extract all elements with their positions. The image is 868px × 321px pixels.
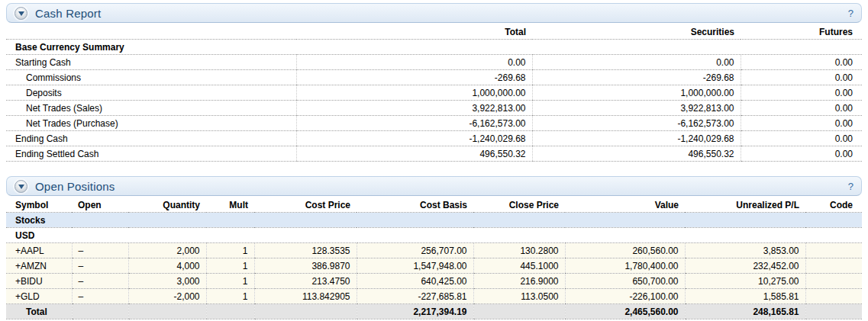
symbol-expander[interactable]: +GLD [6,289,72,304]
cell-open [72,304,128,319]
column-header-code: Code [805,197,862,213]
row-label: Ending Cash [6,131,296,146]
cash-report-header-bar: Cash Report ? [6,3,862,23]
cell-futures: 0.00 [741,116,862,131]
table-row: Commissions -269.68 -269.68 0.00 [6,70,862,85]
table-row: Deposits 1,000,000.00 1,000,000.00 0.00 [6,85,862,101]
column-header-close-price: Close Price [473,197,565,213]
column-header-cost-price: Cost Price [254,197,357,213]
cell-total: 0.00 [296,55,532,70]
cell-futures: 0.00 [741,131,862,146]
cell-total: -6,162,573.00 [296,116,532,131]
total-value: 2,465,560.00 [565,304,685,319]
cell-close-price: 113.0500 [473,289,565,304]
open-positions-title: Open Positions [35,180,115,193]
cell-unrealized-pl: 3,853.00 [685,243,805,258]
cell-open: – [72,289,128,304]
cell-cost-price: 213.4750 [254,274,357,289]
cell-value: -226,100.00 [565,289,685,304]
cell-quantity: -2,000 [128,289,206,304]
cell-securities: 1,000,000.00 [532,85,741,101]
column-header-futures: Futures [741,24,862,40]
positions-column-header-row: Symbol Open Quantity Mult Cost Price Cos… [6,197,862,213]
cell-open: – [72,274,128,289]
cash-report-help-link[interactable]: ? [848,8,853,19]
column-header-total: Total [296,24,532,40]
cell-securities: 496,550.32 [532,146,741,162]
empty-header-cell [6,24,296,40]
cell-total: -269.68 [296,70,532,85]
cell-code [805,304,862,319]
cell-mult [206,304,254,319]
total-cost-basis: 2,217,394.19 [357,304,473,319]
position-row: +AAPL – 2,000 1 128.3535 256,707.00 130.… [6,243,862,258]
cell-total: -1,240,029.68 [296,131,532,146]
column-header-mult: Mult [206,197,254,213]
column-header-securities: Securities [532,24,741,40]
stocks-group-row: Stocks [6,213,862,228]
cash-report-collapse-button[interactable] [15,7,27,20]
cell-mult: 1 [206,258,254,274]
positions-total-row: Total 2,217,394.19 2,465,560.00 248,165.… [6,304,862,319]
cell-code [805,274,862,289]
position-row: +AMZN – 4,000 1 386.9870 1,547,948.00 44… [6,258,862,274]
table-row: Ending Cash -1,240,029.68 -1,240,029.68 … [6,131,862,146]
cell-total: 496,550.32 [296,146,532,162]
cell-quantity: 3,000 [128,274,206,289]
column-header-open: Open [72,197,128,213]
symbol-expander[interactable]: +AMZN [6,258,72,274]
cell-mult: 1 [206,289,254,304]
table-row: Starting Cash 0.00 0.00 0.00 [6,55,862,70]
cell-futures: 0.00 [741,85,862,101]
group-header-label: Stocks [6,213,862,228]
symbol-expander[interactable]: +AAPL [6,243,72,258]
open-positions-header-bar: Open Positions ? [6,176,862,196]
row-label: Net Trades (Purchase) [6,116,296,131]
cell-futures: 0.00 [741,55,862,70]
cell-value: 260,560.00 [565,243,685,258]
cell-mult: 1 [206,274,254,289]
cash-report-section: Cash Report ? Total Securities Futures B… [6,3,862,162]
cell-quantity [128,304,206,319]
cell-total: 1,000,000.00 [296,85,532,101]
cell-quantity: 2,000 [128,243,206,258]
position-row: +GLD – -2,000 1 113.842905 -227,685.81 1… [6,289,862,304]
row-label: Starting Cash [6,55,296,70]
symbol-expander[interactable]: +BIDU [6,274,72,289]
open-positions-help-link[interactable]: ? [848,181,853,192]
column-header-quantity: Quantity [128,197,206,213]
row-label: Deposits [6,85,296,101]
column-header-symbol: Symbol [6,197,72,213]
cell-cost-basis: 1,547,948.00 [357,258,473,274]
cell-cost-price: 386.9870 [254,258,357,274]
cell-futures: 0.00 [741,70,862,85]
chevron-down-icon [18,11,24,16]
cell-cost-basis: 640,425.00 [357,274,473,289]
cell-mult: 1 [206,243,254,258]
cell-unrealized-pl: 10,275.00 [685,274,805,289]
usd-currency-row: USD [6,228,862,243]
cell-value: 1,780,400.00 [565,258,685,274]
currency-header-label: USD [6,228,862,243]
total-label: Total [6,304,72,319]
cash-column-header-row: Total Securities Futures [6,24,862,40]
position-row: +BIDU – 3,000 1 213.4750 640,425.00 216.… [6,274,862,289]
cell-quantity: 4,000 [128,258,206,274]
open-positions-collapse-button[interactable] [15,180,27,193]
cell-securities: -269.68 [532,70,741,85]
base-currency-summary-row: Base Currency Summary [6,40,862,55]
row-label: Net Trades (Sales) [6,101,296,116]
cell-cost-price [254,304,357,319]
cash-report-title: Cash Report [35,7,101,20]
open-positions-section: Open Positions ? Symbol Open Quantity Mu… [6,176,862,319]
column-header-value: Value [565,197,685,213]
cell-total: 3,922,813.00 [296,101,532,116]
cell-code [805,258,862,274]
group-header-label: Base Currency Summary [6,40,862,55]
cell-cost-price: 113.842905 [254,289,357,304]
cell-open: – [72,258,128,274]
total-unrealized-pl: 248,165.81 [685,304,805,319]
cell-unrealized-pl: 232,452.00 [685,258,805,274]
cell-securities: -6,162,573.00 [532,116,741,131]
open-positions-table: Symbol Open Quantity Mult Cost Price Cos… [6,197,862,319]
